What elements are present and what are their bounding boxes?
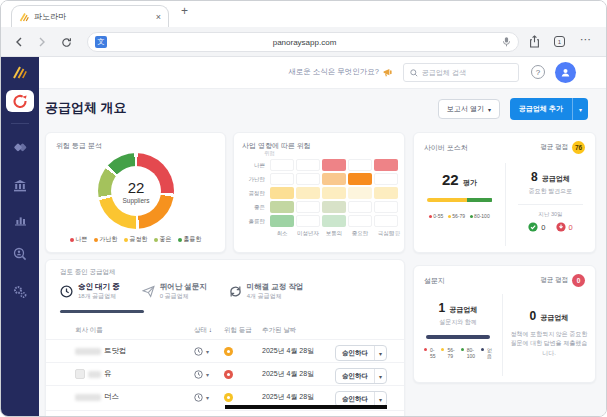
heatmap-cell[interactable] [296,215,320,227]
sidebar-item-company[interactable] [1,179,39,192]
heatmap-cell[interactable] [270,187,294,199]
questionnaire-panel: 설문지 평균 평점0 1 공급업체 설문지와 함께 0-5556-7980-10… [413,265,596,383]
with-questionnaire-column: 1 공급업체 설문지와 함께 0-5556-7980-100없음 [414,294,503,376]
heatmap-cell[interactable] [374,201,398,213]
date-added: 2025년 4월 28일 [262,392,335,402]
legend-item: 없음 [481,347,492,359]
approve-button[interactable]: 승인하다▾ [335,368,387,384]
findings-label: 중요한 발견으로 [506,187,595,196]
heatmap-cell[interactable] [296,173,320,185]
table-row[interactable]: 유▾2025년 4월 28일승인하다▾ [46,362,404,385]
caret-down-icon: ▾ [375,396,386,403]
legend-item: 0-55 [429,213,443,219]
overview-gauge-icon [12,94,28,108]
review-title: 검토 중인 공급업체 [60,268,116,277]
alert-circle-icon [556,222,566,232]
impact-heatmap-panel: 사업 영향에 따른 위험 위험 나쁜가난한공정한좋은훌륭한최소미성년자보통의중요… [233,132,405,253]
sidebar-item-settings[interactable] [1,285,39,299]
browser-tab[interactable]: 파노라마 × [11,5,169,27]
heatmap-cell[interactable] [270,201,294,213]
search-input[interactable] [422,69,508,76]
open-report-button[interactable]: 보고서 열기▾ [438,99,500,119]
back-icon[interactable] [14,37,24,47]
add-supplier-button[interactable]: 공급업체 추가 ▾ [510,98,588,120]
reload-icon[interactable] [61,37,72,48]
heatmap-cell[interactable] [270,159,294,171]
mic-icon[interactable] [502,36,511,48]
status-cell[interactable]: ▾ [194,347,224,356]
heatmap-cell[interactable] [322,173,346,185]
heatmap-col-label: 중요한 [348,229,372,236]
heatmap-cell[interactable] [322,201,346,213]
paper-plane-icon [142,285,155,298]
sidebar-item-suppliers[interactable] [1,141,39,154]
legend-item: 가난한 [94,235,118,244]
heatmap-cell[interactable] [322,159,346,171]
avg-rating-badge: 76 [572,141,585,154]
supplier-search[interactable] [403,63,519,82]
address-bar[interactable]: 文 panoraysapp.com [87,32,519,52]
heatmap-cell[interactable] [270,173,294,185]
sidebar-item-overview[interactable] [6,90,34,112]
add-supplier-dropdown[interactable]: ▾ [572,98,588,120]
right-count: 0 [529,309,536,323]
sidebar-item-discovery[interactable] [1,247,39,261]
legend-item: 56-79 [448,213,465,219]
col-risk: 위험 등급 [224,326,262,335]
heatmap-cell[interactable] [296,201,320,213]
approve-button[interactable]: 승인하다▾ [335,345,387,361]
heatmap-col-label: 미성년자 [296,229,320,236]
check-circle-icon [528,222,538,232]
declined-count: 0 [569,223,573,232]
caret-down-icon: ▾ [206,394,209,401]
url-text[interactable]: panoraysapp.com [107,38,502,47]
translate-icon[interactable]: 文 [95,36,107,48]
table-row-partial[interactable]: 승인하다▾ [46,410,404,417]
tab-open-remediation[interactable]: 미해결 교정 작업4개 공급업체 [229,282,304,301]
status-cell[interactable]: ▾ [194,393,224,402]
app-top-bar: 새로운 소식은 무엇인가요? ? [39,57,607,89]
tab-close-icon[interactable]: × [156,12,161,22]
heatmap-cell[interactable] [348,201,372,213]
tab-pending-approval[interactable]: 승인 대기 중18개 공급업체 [60,282,120,301]
heatmap-cell[interactable] [296,187,320,199]
help-icon[interactable]: ? [531,65,545,79]
heatmap-cell[interactable] [374,215,398,227]
ratings-unit: 평가 [463,179,477,186]
forward-icon[interactable] [37,37,47,47]
tab-outstanding-questionnaires[interactable]: 뛰어난 설문지0 공급업체 [142,282,207,301]
remediation-icon [229,285,242,298]
legend-item: 56-79 [441,347,454,359]
new-tab-button[interactable]: + [181,4,188,18]
table-header: 회사 이름 상태 ↓ 위험 등급 추가된 날짜 [46,322,404,338]
search-person-icon [13,247,27,261]
heatmap-cell[interactable] [348,159,372,171]
heatmap-cell[interactable] [322,187,346,199]
heatmap-cell[interactable] [296,159,320,171]
heatmap-cell[interactable] [374,187,398,199]
tab-switcher-icon[interactable]: 1 [554,36,565,47]
risk-donut[interactable]: 22 Suppliers [98,153,174,229]
col-status[interactable]: 상태 ↓ [194,326,224,335]
heatmap-cell[interactable] [348,215,372,227]
table-row[interactable]: 트닷컴▾2025년 4월 28일승인하다▾ [46,339,404,362]
heatmap-cell[interactable] [348,187,372,199]
ratings-bar [427,198,493,202]
avatar[interactable] [555,62,576,83]
sidebar-divider [11,123,29,124]
heatmap-cell[interactable] [322,215,346,227]
status-cell[interactable]: ▾ [194,370,224,379]
main-content: 공급업체 개요 보고서 열기▾ 공급업체 추가 ▾ 위험 등급 분석 22 Su… [39,89,607,417]
sidebar-item-analytics[interactable] [1,214,39,226]
heatmap-cell[interactable] [270,215,294,227]
whats-new-link[interactable]: 새로운 소식은 무엇인가요? [231,67,393,77]
heatmap-cell[interactable] [348,173,372,185]
share-icon[interactable] [529,35,540,48]
bar-segment-yellow [427,198,468,202]
sort-down-icon: ↓ [209,326,212,333]
legend-item: 80-100 [461,347,475,359]
heatmap-cell[interactable] [374,173,398,185]
browser-menu-icon[interactable]: ⋯ [580,33,592,46]
heatmap-cell[interactable] [374,159,398,171]
heatmap-row-label: 훌륭한 [240,215,268,227]
